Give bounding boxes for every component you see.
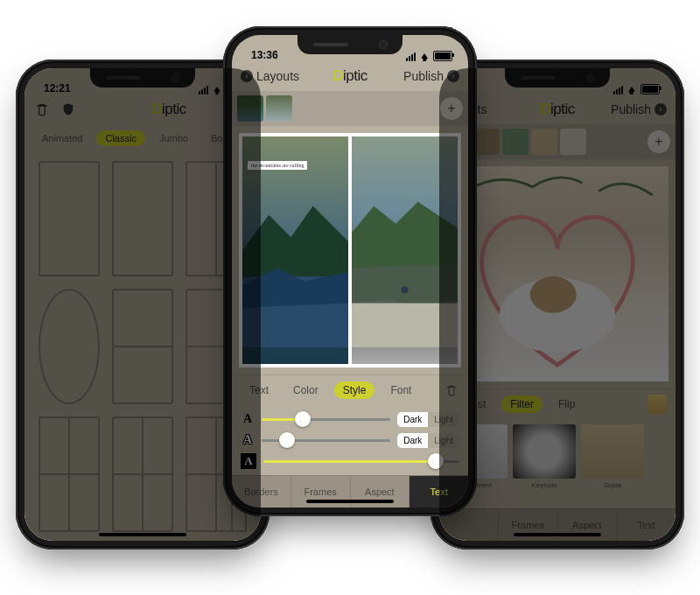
battery-icon (433, 51, 452, 61)
wifi-icon (419, 53, 430, 61)
collage: the mountains are calling (239, 133, 461, 368)
style-sliders: A DarkLight A DarkLight A (232, 405, 468, 475)
phone-left: 12:21 Diptic Animated Classic Jumbo Bord… (16, 60, 270, 550)
background-slider[interactable] (263, 460, 459, 463)
status-time: 13:36 (251, 49, 278, 61)
edit-subtabs: Text Color Style Font (232, 374, 468, 405)
publish-label: Publish (403, 69, 444, 83)
outline-slider[interactable] (262, 439, 390, 442)
svg-point-8 (401, 286, 408, 293)
canvas-area[interactable]: the mountains are calling (232, 126, 468, 374)
notch (298, 35, 402, 54)
thumbnail-strip: + (232, 91, 468, 126)
back-label: Layouts (256, 69, 299, 83)
home-indicator[interactable] (306, 500, 394, 503)
opacity-slider[interactable] (262, 418, 390, 421)
subtab-color[interactable]: Color (284, 382, 327, 399)
thumbnail[interactable] (266, 95, 292, 122)
subtab-style[interactable]: Style (334, 382, 375, 399)
subtab-font[interactable]: Font (382, 382, 420, 399)
nav-bar: ‹Layouts Diptic Publish› (232, 61, 468, 91)
phone-right: ‹outs Diptic Publish› + (430, 60, 684, 550)
app-logo: Diptic (332, 67, 368, 85)
